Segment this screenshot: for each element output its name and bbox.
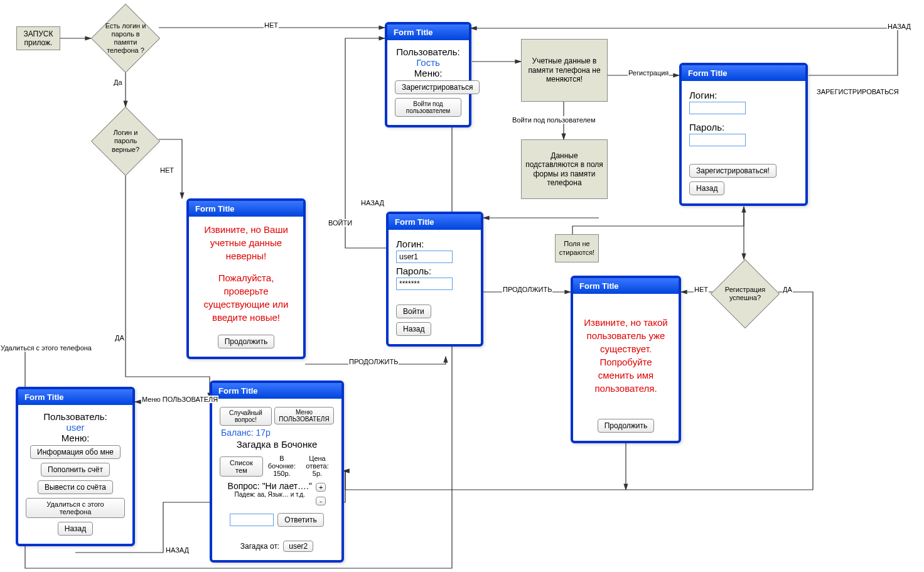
answer-input[interactable]: [230, 514, 274, 526]
edge-label: НЕТ: [159, 166, 175, 174]
edge-label: Войти под пользователем: [512, 116, 596, 124]
edge-label: Регистрация: [628, 69, 669, 77]
password-label: Пароль:: [689, 122, 798, 132]
form-error-user-exists: Form Title Извините, но такой пользовате…: [571, 276, 681, 443]
about-me-button[interactable]: Информация обо мне: [30, 445, 121, 459]
edge-label: НАЗАД: [887, 23, 911, 30]
password-label: Пароль:: [396, 266, 473, 276]
riddle-from-label: Загадка от:: [240, 542, 279, 551]
edge-label: НАЗАД: [360, 199, 385, 207]
password-input[interactable]: [396, 278, 453, 290]
form-title: Form Title: [18, 389, 132, 405]
plus-button[interactable]: +: [316, 483, 326, 492]
login-input[interactable]: [689, 102, 746, 114]
back-button[interactable]: Назад: [58, 522, 93, 536]
user-label: Пользователь:: [26, 411, 125, 422]
edge-label: НАЗАД: [165, 546, 190, 554]
barrel-label: В бочонке:: [268, 455, 296, 470]
edge-label: НЕТ: [264, 21, 279, 29]
edge-label: Да: [113, 78, 123, 86]
error-message: Извините, но такой пользователь уже суще…: [581, 316, 671, 395]
register-submit-button[interactable]: Зарегистрироваться!: [689, 164, 776, 178]
process-fields-not-erased: Поля не стираются!: [555, 234, 599, 262]
decision-reg-success: Регистрация успешна?: [711, 259, 780, 328]
form-login: Form Title Логин: Пароль: Войти Назад: [386, 212, 483, 347]
edge-label: Удалиться с этого телефона: [0, 344, 92, 352]
form-title: Form Title: [682, 65, 805, 81]
barrel-value: 150р.: [268, 470, 296, 477]
error-message-2: Пожалуйста, проверьте существующие или в…: [196, 271, 296, 324]
user-menu-button[interactable]: Меню ПОЛЬЗОВАТЕЛЯ: [274, 407, 334, 424]
edge-label: ПРОДОЛЖИТЬ: [348, 358, 399, 365]
balance-value: Баланс: 17р: [220, 428, 272, 438]
login-label: Логин:: [689, 90, 798, 100]
back-button[interactable]: Назад: [396, 322, 431, 336]
form-register: Form Title Логин: Пароль: Зарегистрирова…: [679, 63, 808, 206]
continue-button[interactable]: Продолжить: [218, 335, 275, 348]
user-value: Гость: [395, 57, 461, 68]
topic-list-button[interactable]: Список тем: [220, 456, 263, 477]
process-substitute: Данные подставляются в поля формы из пам…: [521, 139, 608, 199]
edge-label: ВОЙТИ: [328, 219, 353, 227]
delete-from-phone-button[interactable]: Удалиться с этого телефона: [26, 498, 125, 518]
edge-label: ЗАРЕГИСТРИРОВАТЬСЯ: [816, 88, 900, 95]
user-value: user: [26, 422, 125, 433]
form-title: Form Title: [189, 201, 303, 217]
login-as-user-button[interactable]: Войти под пользователем: [395, 98, 461, 117]
user-label: Пользователь:: [395, 46, 461, 57]
answer-button[interactable]: Ответить: [277, 513, 323, 527]
riddle-from-user[interactable]: user2: [283, 541, 313, 552]
minus-button[interactable]: -: [316, 497, 326, 505]
edge-label: ДА: [114, 334, 125, 342]
form-title: Form Title: [573, 278, 679, 294]
decision-valid: Логин и пароль верные?: [91, 107, 160, 176]
start-block: ЗАПУСК прилож.: [16, 26, 60, 50]
edge-label: НЕТ: [694, 286, 709, 293]
edge-label: ДА: [782, 286, 793, 293]
register-button[interactable]: Зарегистрироваться: [395, 80, 480, 94]
edge-label: ПРОДОЛЖИТЬ: [502, 286, 552, 293]
form-title: Form Title: [389, 214, 481, 230]
topup-button[interactable]: Пополнить счёт: [41, 463, 110, 477]
menu-label: Меню:: [395, 68, 461, 78]
menu-label: Меню:: [26, 433, 125, 443]
price-value: 5р.: [301, 470, 334, 477]
hint-text: Падеж: аа, Язык… и т.д.: [228, 491, 312, 498]
back-button[interactable]: Назад: [689, 181, 724, 195]
form-game: Form Title Случайный вопрос! Баланс: 17р…: [210, 380, 344, 563]
price-label: Цена ответа:: [301, 455, 334, 470]
form-error-credentials: Form Title Извините, но Ваши учетные дан…: [186, 198, 306, 359]
login-input[interactable]: [396, 251, 453, 263]
question-text: Вопрос: "Ни лает….": [228, 481, 312, 491]
password-input[interactable]: [689, 134, 746, 146]
error-message: Извините, но Ваши учетные данные неверны…: [196, 223, 296, 262]
decision-memory: Есть логин и пароль в памяти телефона ?: [91, 4, 160, 73]
form-title: Form Title: [387, 24, 469, 40]
form-title: Form Title: [212, 383, 341, 399]
withdraw-button[interactable]: Вывести со счёта: [38, 480, 113, 494]
process-credentials-unchanged: Учетные данные в памяти телефона не меня…: [521, 39, 608, 102]
game-heading: Загадка в Бочонке: [220, 439, 334, 450]
form-user-menu: Form Title Пользователь: user Меню: Инфо…: [16, 387, 135, 546]
form-guest: Form Title Пользователь: Гость Меню: Зар…: [385, 22, 471, 127]
enter-button[interactable]: Войти: [396, 305, 431, 318]
edge-label: Меню ПОЛЬЗОВАТЕЛЯ: [141, 396, 218, 403]
random-question-button[interactable]: Случайный вопрос!: [220, 407, 272, 426]
continue-button[interactable]: Продолжить: [598, 419, 655, 433]
login-label: Логин:: [396, 239, 473, 249]
